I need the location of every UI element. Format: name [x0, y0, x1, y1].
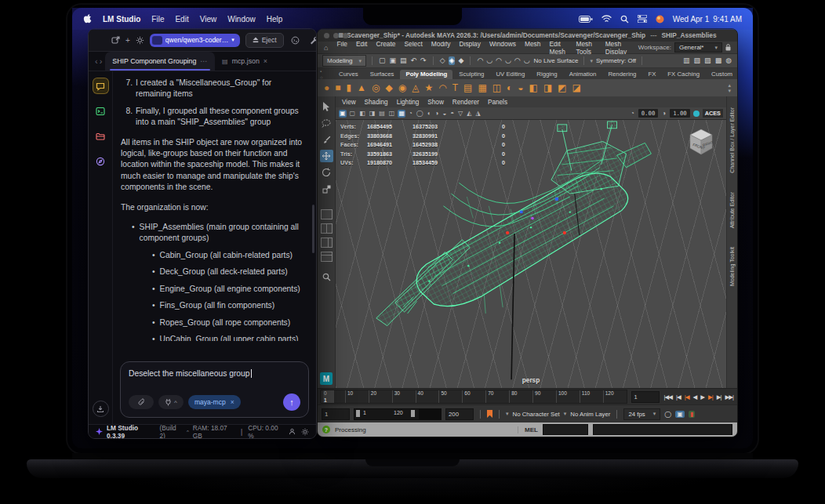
- panel-menu-item[interactable]: Renderer: [452, 99, 479, 106]
- open-scene-icon[interactable]: ▣: [389, 56, 398, 65]
- lighting-all-icon[interactable]: ◐: [427, 110, 432, 118]
- current-frame-field[interactable]: 1: [631, 391, 660, 403]
- poly-cone-icon[interactable]: ▲: [357, 83, 366, 92]
- mcp-plug-button[interactable]: ^: [158, 395, 184, 409]
- command-result[interactable]: [593, 424, 732, 435]
- select-tool[interactable]: [320, 100, 333, 113]
- crease-tool-icon[interactable]: ◠: [438, 83, 446, 92]
- menubar-clock[interactable]: Wed Apr 1 9:41 AM: [673, 15, 742, 24]
- mcp-tag[interactable]: maya-mcp ×: [188, 395, 241, 409]
- rotate-tool[interactable]: [320, 166, 333, 179]
- hypershade-icon[interactable]: ▩: [714, 56, 723, 65]
- snap-makelive-icon[interactable]: ◡: [523, 56, 531, 65]
- shelf-menu-icon[interactable]: ▪○: [320, 69, 323, 79]
- maya-menu-item[interactable]: File: [336, 40, 347, 56]
- downloads-button[interactable]: [93, 401, 109, 417]
- screenspace-ao-icon[interactable]: ◒: [442, 110, 447, 118]
- nav-forward-button[interactable]: ›: [100, 56, 103, 66]
- scale-tool[interactable]: [320, 183, 333, 195]
- step-forward-key-button[interactable]: ▶|: [707, 393, 714, 401]
- battery-icon[interactable]: [579, 16, 593, 23]
- shelf-tab[interactable]: FX: [642, 70, 661, 79]
- poly-plane-icon[interactable]: ◆: [385, 83, 392, 92]
- maya-menu-item[interactable]: Select: [405, 40, 423, 56]
- tab-more-icon[interactable]: ⋯: [200, 57, 208, 65]
- bridge-icon[interactable]: ◪: [572, 83, 581, 92]
- menubar-app-name[interactable]: LM Studio: [103, 15, 140, 24]
- maya-window-controls[interactable]: [324, 33, 348, 38]
- settings-gear-icon[interactable]: [301, 428, 309, 436]
- shelf-tab[interactable]: FX Caching: [662, 70, 705, 79]
- user-icon[interactable]: [289, 428, 296, 435]
- extrude-icon[interactable]: ◩: [558, 83, 566, 92]
- lock-camera-icon[interactable]: ▢: [349, 110, 357, 118]
- image-plane-icon[interactable]: ▤: [378, 110, 386, 118]
- lmstudio-title-bar[interactable]: + qwen/qwen3-coder… ▾ Eject: [89, 29, 316, 52]
- settings-gear-icon[interactable]: [136, 34, 144, 46]
- right-panel-tab[interactable]: Modeling Toolkit: [729, 247, 735, 286]
- step-back-key-button[interactable]: |◀: [684, 393, 690, 401]
- loaded-model-selector[interactable]: qwen/qwen3-coder… ▾: [150, 34, 240, 47]
- maya-menu-item[interactable]: Edit Mesh: [549, 40, 567, 56]
- select-component-icon[interactable]: ◆: [457, 56, 464, 65]
- chat-transcript[interactable]: 7. I created a "Miscellaneous_Group" for…: [113, 71, 316, 341]
- sidebar-item-developer[interactable]: [93, 103, 108, 118]
- wrench-icon[interactable]: [308, 34, 317, 46]
- menu-set-dropdown[interactable]: Modeling ▾: [322, 55, 366, 67]
- snap-grid-icon[interactable]: ◠: [476, 56, 484, 65]
- shelf-scroll-arrows[interactable]: ▴▾: [728, 82, 731, 93]
- control-center-icon[interactable]: [638, 15, 647, 23]
- wifi-icon[interactable]: [601, 15, 612, 23]
- no-sound-icon[interactable]: ◯: [664, 411, 671, 418]
- render-settings-icon[interactable]: ▨: [703, 56, 712, 65]
- panel-menu-item[interactable]: Lighting: [397, 99, 420, 106]
- go-to-start-button[interactable]: |◀◀: [663, 393, 673, 401]
- zoom-layout-icon[interactable]: [320, 270, 333, 283]
- exposure-field[interactable]: 0.00: [638, 109, 659, 118]
- select-object-icon[interactable]: ◈: [449, 56, 456, 65]
- layout-single-pane-button[interactable]: [321, 209, 333, 219]
- new-scene-icon[interactable]: ▢: [378, 56, 387, 65]
- animation-start-field[interactable]: 1: [322, 408, 350, 420]
- shelf-tab[interactable]: UV Editing: [490, 70, 530, 79]
- range-slider[interactable]: 1 120: [354, 408, 442, 420]
- lock-icon[interactable]: [725, 44, 731, 51]
- range-start-handle[interactable]: [356, 410, 360, 417]
- bookmark-icon[interactable]: ◨: [369, 110, 376, 118]
- undo-icon[interactable]: ↶: [410, 56, 418, 65]
- tab-mcp-json[interactable]: ▤ mcp.json ×: [215, 52, 274, 71]
- shelf-tab[interactable]: Rendering: [602, 70, 641, 79]
- app-version[interactable]: LM Studio 0.3.39: [107, 424, 156, 440]
- maya-menu-item[interactable]: Create: [376, 40, 395, 56]
- maya-menu-item[interactable]: Modify: [431, 40, 451, 56]
- menubar-app-status-icon[interactable]: [656, 15, 664, 24]
- render-view-icon[interactable]: ▥: [682, 56, 691, 65]
- maya-title-bar[interactable]: ▤ Scavenger_Ship* - Autodesk MAYA 2026.3…: [318, 29, 737, 42]
- play-backwards-button[interactable]: ◀: [692, 393, 698, 401]
- panel-menu-item[interactable]: Panels: [488, 99, 507, 106]
- exposure-icon[interactable]: ◔: [630, 110, 635, 118]
- spotlight-search-icon[interactable]: [620, 15, 629, 24]
- tab-ship-component-grouping[interactable]: SHIP Component Grouping ⋯: [105, 52, 215, 71]
- anim-layer-dropdown[interactable]: No Anim Layer: [570, 411, 610, 418]
- poly-cube-icon[interactable]: ■: [335, 83, 340, 92]
- character-set-dropdown[interactable]: No Character Set: [513, 411, 560, 418]
- step-back-frame-button[interactable]: |◀: [675, 393, 681, 401]
- gamma-icon[interactable]: ◑: [661, 110, 667, 118]
- shaded-icon[interactable]: ◔: [408, 110, 413, 118]
- sidebar-item-discover[interactable]: [93, 154, 108, 169]
- layout-four-pane-button[interactable]: [321, 223, 333, 234]
- poly-cylinder-icon[interactable]: ▮: [347, 83, 352, 92]
- bookmark-icon[interactable]: [487, 410, 492, 418]
- workspace-dropdown[interactable]: General* ▾: [674, 42, 722, 53]
- lasso-tool[interactable]: [320, 117, 333, 129]
- message-composer[interactable]: Deselect the miscellaneous group ^ maya-…: [120, 361, 309, 418]
- view-cube[interactable]: FRONT RIGHT: [682, 124, 718, 161]
- viewport-canvas[interactable]: Verts: 16854495 16375203 0 Edges: 338036…: [336, 120, 726, 388]
- send-button[interactable]: ↑: [283, 393, 300, 411]
- home-icon[interactable]: ⌂: [324, 44, 328, 52]
- symmetrize-icon[interactable]: ◫: [492, 83, 501, 92]
- maya-menu-item[interactable]: Mesh Tools: [576, 40, 596, 56]
- ipr-render-icon[interactable]: ▧: [693, 56, 702, 65]
- mirror-icon[interactable]: ◐: [507, 83, 512, 92]
